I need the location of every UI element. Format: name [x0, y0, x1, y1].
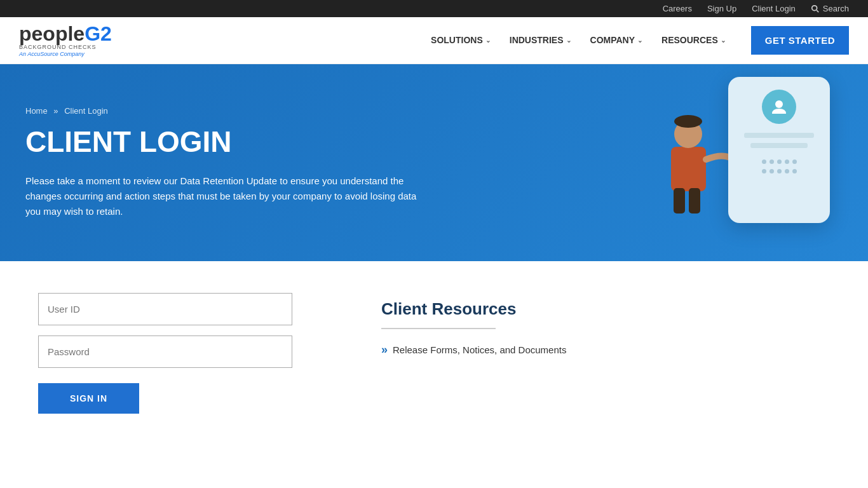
chevron-down-icon: ⌄ [721, 37, 726, 44]
logo[interactable]: peopleG2 BACKGROUND CHECKS An AccuSource… [19, 24, 112, 57]
client-login-link[interactable]: Client Login [752, 4, 796, 13]
search-icon [811, 4, 820, 13]
hero-illustration [677, 77, 830, 248]
breadcrumb: Home » Client Login [25, 106, 470, 116]
nav-industries[interactable]: INDUSTRIES ⌄ [503, 30, 578, 50]
svg-rect-2 [671, 147, 706, 191]
chevron-down-icon: ⌄ [485, 37, 491, 44]
resources-divider [381, 328, 496, 329]
logo-g2: G2 [85, 22, 112, 45]
nav-solutions[interactable]: SOLUTIONS ⌄ [424, 30, 497, 50]
search-button[interactable]: Search [811, 4, 849, 13]
user-id-input[interactable] [38, 293, 292, 325]
resource-link-label: Release Forms, Notices, and Documents [393, 344, 566, 355]
get-started-button[interactable]: GET STARTED [751, 26, 849, 55]
resources-title: Client Resources [381, 299, 830, 319]
chevron-down-icon: ⌄ [566, 37, 571, 44]
nav-links: SOLUTIONS ⌄ INDUSTRIES ⌄ COMPANY ⌄ RESOU… [424, 30, 732, 50]
nav-company[interactable]: COMPANY ⌄ [584, 30, 649, 50]
breadcrumb-home[interactable]: Home [25, 106, 48, 116]
chevron-right-icon: » [381, 343, 388, 356]
main-nav: peopleG2 BACKGROUND CHECKS An AccuSource… [0, 17, 868, 64]
svg-rect-6 [689, 188, 700, 214]
content-area: SIGN IN Client Resources » Release Forms… [0, 261, 868, 445]
careers-link[interactable]: Careers [663, 4, 692, 13]
login-form-section: SIGN IN [38, 293, 330, 414]
logo-people: people [19, 22, 85, 45]
svg-point-0 [812, 5, 817, 10]
svg-line-1 [817, 10, 818, 12]
hero-section: Home » Client Login CLIENT LOGIN Please … [0, 64, 868, 261]
svg-rect-5 [674, 188, 685, 214]
resource-link-0[interactable]: » Release Forms, Notices, and Documents [381, 343, 830, 356]
logo-sub: BACKGROUND CHECKS [19, 44, 112, 51]
chevron-down-icon: ⌄ [637, 37, 642, 44]
svg-point-4 [674, 115, 702, 128]
person-illustration [652, 90, 735, 229]
logo-accusource: An AccuSource Company [19, 51, 112, 57]
sign-in-button[interactable]: SIGN IN [38, 383, 139, 414]
nav-resources[interactable]: RESOURCES ⌄ [655, 30, 732, 50]
password-input[interactable] [38, 336, 292, 368]
hero-content: Home » Client Login CLIENT LOGIN Please … [25, 106, 470, 219]
top-bar: Careers Sign Up Client Login Search [0, 0, 868, 17]
resources-section: Client Resources » Release Forms, Notice… [381, 293, 830, 414]
svg-point-7 [775, 100, 783, 108]
breadcrumb-current: Client Login [64, 106, 108, 116]
page-title: CLIENT LOGIN [25, 126, 470, 158]
signup-link[interactable]: Sign Up [707, 4, 736, 13]
hero-description: Please take a moment to review our Data … [25, 173, 432, 219]
